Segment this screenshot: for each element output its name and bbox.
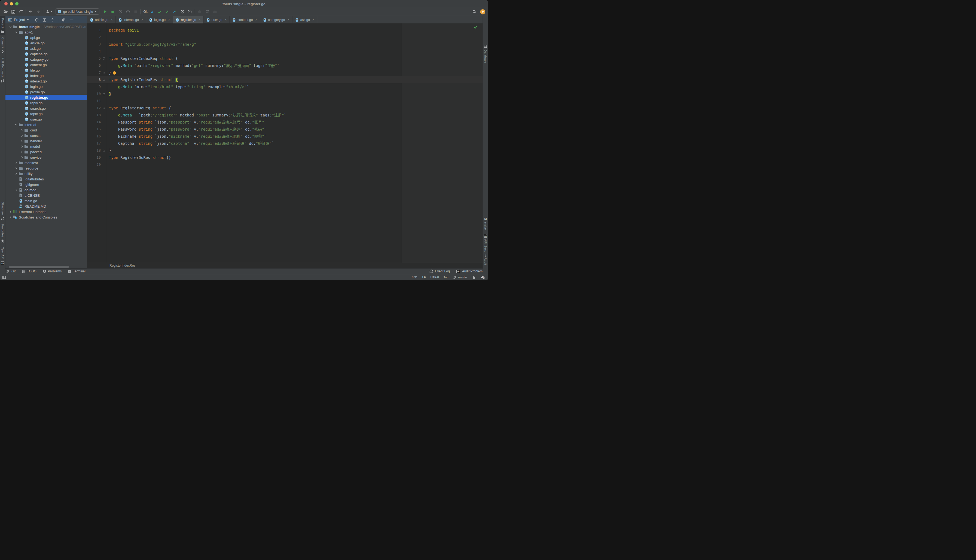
status-tab[interactable]: Tab	[444, 276, 448, 279]
tree-item-user.go[interactable]: user.go	[5, 117, 87, 122]
chevron-right-icon[interactable]	[20, 156, 24, 159]
tree-item-login.go[interactable]: login.go	[5, 84, 87, 89]
status-unlock[interactable]	[472, 275, 476, 279]
save-icon[interactable]	[11, 9, 16, 14]
fold-up-icon[interactable]	[101, 90, 107, 97]
tree-item-go.mod[interactable]: go.mod	[5, 187, 87, 193]
forward-icon[interactable]	[36, 9, 40, 14]
close-icon[interactable]: ✕	[255, 18, 257, 22]
tool-window-button-event-log[interactable]: Event Log	[429, 269, 450, 274]
tool-button-openapi[interactable]: OpenAPI/API	[0, 245, 5, 267]
status-cloud-gear[interactable]: ?	[481, 275, 485, 279]
chevron-right-icon[interactable]	[15, 167, 18, 170]
inspections-ok-icon[interactable]	[473, 25, 478, 29]
debug-bug-icon[interactable]	[110, 9, 115, 14]
chevron-right-icon[interactable]	[9, 210, 12, 213]
tree-item-model[interactable]: model	[5, 144, 87, 149]
chevron-right-icon[interactable]	[15, 161, 18, 165]
intention-bulb-icon[interactable]	[113, 71, 116, 75]
horizontal-scrollbar[interactable]	[9, 266, 69, 268]
tree-item-.gitignore[interactable]: .gitignore	[5, 182, 87, 187]
hexagon-icon[interactable]	[197, 9, 202, 14]
tree-item-api.go[interactable]: api.go	[5, 35, 87, 40]
rollback-icon[interactable]	[188, 9, 192, 14]
fold-up-icon[interactable]	[101, 147, 107, 154]
tree-item-readme.md[interactable]: MDREADME.MD	[5, 203, 87, 209]
breadcrumb-item[interactable]: RegisterIndexRes	[109, 264, 135, 267]
chevron-right-icon[interactable]	[20, 139, 24, 143]
status-lf[interactable]: LF	[422, 276, 426, 279]
tree-item-utility[interactable]: utility	[5, 171, 87, 176]
tree-item-cmd[interactable]: cmd	[5, 127, 87, 133]
chevron-down-icon[interactable]	[15, 30, 18, 34]
chevron-right-icon[interactable]	[20, 145, 24, 148]
tool-window-button-audit-problems[interactable]: /APIAudit Problems	[456, 269, 484, 274]
git-merge-icon[interactable]	[172, 9, 177, 14]
back-icon[interactable]	[28, 9, 33, 14]
collapse-all-icon[interactable]	[50, 17, 55, 22]
tool-window-button-problems[interactable]: Problems	[42, 269, 62, 273]
close-icon[interactable]: ✕	[312, 18, 314, 22]
user-icon[interactable]	[45, 9, 50, 14]
editor-tab-category.go[interactable]: category.go✕	[260, 16, 292, 23]
tree-item-focus-single[interactable]: focus-single~/Workspace/Go/GOPATH/s	[5, 24, 87, 29]
editor-tab-content.go[interactable]: content.go✕	[229, 16, 260, 23]
tree-item-category.go[interactable]: category.go	[5, 57, 87, 62]
fold-down-icon[interactable]	[101, 55, 107, 62]
tree-item-captcha.go[interactable]: captcha.go	[5, 51, 87, 57]
close-icon[interactable]: ✕	[199, 18, 201, 22]
tool-button-project[interactable]: Project	[0, 16, 5, 35]
tree-item-search.go[interactable]: search.go	[5, 106, 87, 111]
git-update-icon[interactable]	[149, 9, 154, 14]
status-utf-8[interactable]: UTF-8	[430, 276, 439, 279]
hide-icon[interactable]	[69, 17, 74, 22]
tool-button-database[interactable]: Database	[483, 42, 488, 65]
tool-button-structure[interactable]: Structure	[0, 200, 5, 222]
tool-window-button-terminal[interactable]: Terminal	[67, 269, 85, 273]
fold-down-icon[interactable]	[101, 76, 107, 83]
tool-button-api-security-audit[interactable]: /APIAPI Security Audit	[483, 232, 488, 267]
history-icon[interactable]	[180, 9, 185, 14]
fold-up-icon[interactable]	[101, 69, 107, 76]
editor-tab-article.go[interactable]: article.go✕	[87, 16, 116, 23]
git-commit-icon[interactable]	[157, 9, 162, 14]
settings-icon[interactable]	[61, 17, 66, 22]
run-play-icon[interactable]	[103, 9, 107, 14]
tool-button-commit[interactable]: Commit	[0, 35, 5, 55]
tree-item-.gitattributes[interactable]: .gitattributes	[5, 176, 87, 182]
layout-toggle-icon[interactable]	[2, 275, 7, 280]
tool-window-button-todo[interactable]: TODO	[22, 269, 36, 273]
close-icon[interactable]: ✕	[110, 18, 113, 22]
coverage-icon[interactable]	[125, 9, 130, 14]
status-8-31[interactable]: 8:31	[412, 276, 418, 279]
open-folder-icon[interactable]	[3, 9, 8, 14]
profiler-icon[interactable]	[118, 9, 123, 14]
git-push-icon[interactable]	[165, 9, 170, 14]
tree-item-ask.go[interactable]: ask.go	[5, 46, 87, 51]
tree-item-scratches-and-consoles[interactable]: Scratches and Consoles	[5, 214, 87, 220]
tree-item-interact.go[interactable]: interact.go	[5, 78, 87, 84]
close-icon[interactable]: ✕	[224, 18, 227, 22]
tool-button-make[interactable]: Mmake	[483, 215, 488, 232]
code-editor[interactable]: 1package apiv123import "github.com/gogf/…	[87, 23, 483, 263]
search-icon[interactable]	[472, 9, 477, 14]
tree-item-profile.go[interactable]: profile.go	[5, 89, 87, 95]
tree-item-content.go[interactable]: content.go	[5, 62, 87, 67]
tree-item-consts[interactable]: consts	[5, 133, 87, 138]
chevron-down-icon[interactable]	[9, 25, 12, 28]
fold-down-icon[interactable]	[101, 105, 107, 112]
chevron-right-icon[interactable]	[20, 150, 24, 154]
cloud-icon[interactable]	[212, 9, 217, 14]
tree-item-apiv1[interactable]: apiv1	[5, 29, 87, 35]
stop-icon[interactable]	[133, 9, 138, 14]
tool-button-favorites[interactable]: Favorites	[0, 222, 5, 245]
tree-item-index.go[interactable]: index.go	[5, 73, 87, 78]
sync-icon[interactable]	[18, 9, 23, 14]
tool-button-pull-requests[interactable]: Pull Requests	[0, 55, 5, 85]
tree-item-license[interactable]: LICENSE	[5, 193, 87, 198]
chevron-down-icon[interactable]	[15, 123, 18, 127]
run-config-selector[interactable]: go build focus-single	[55, 8, 99, 15]
chevron-right-icon[interactable]	[15, 188, 18, 192]
close-icon[interactable]: ✕	[168, 18, 170, 22]
tree-item-reply.go[interactable]: reply.go	[5, 100, 87, 106]
